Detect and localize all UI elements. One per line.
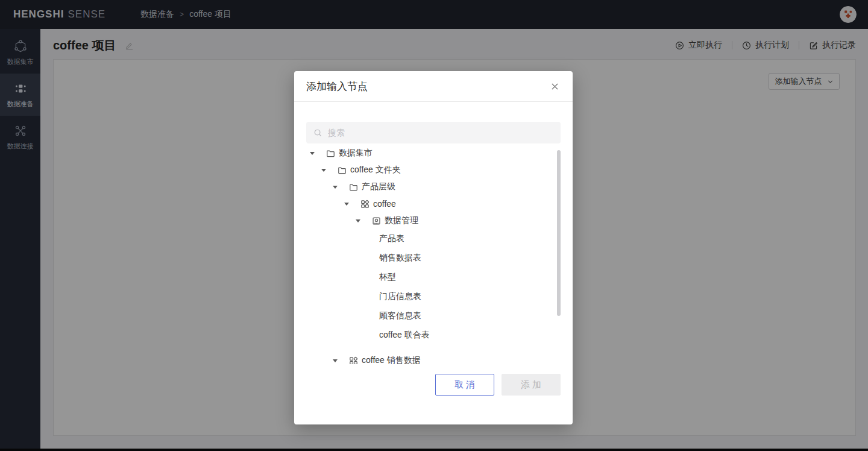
tree-node-folder[interactable]: coffee 文件夹 (306, 162, 561, 178)
tree-node-table[interactable]: 杯型 (306, 268, 561, 287)
tree-node-data-manage[interactable]: 数据管理 (306, 212, 561, 229)
dataset-tree: 数据集市coffee 文件夹产品层级coffee数据管理产品表销售数据表杯型门店… (306, 145, 561, 364)
tree-node-table[interactable]: 顾客信息表 (306, 306, 561, 326)
tree-scrollbar[interactable] (557, 150, 561, 316)
tree-node-label: 数据集市 (339, 148, 373, 159)
close-icon[interactable] (549, 81, 561, 92)
search-box (306, 122, 561, 144)
search-input[interactable] (328, 128, 553, 137)
caret-down-icon[interactable] (356, 219, 371, 222)
caret-down-icon[interactable] (333, 359, 348, 362)
tree-node-table[interactable]: coffee 联合表 (306, 326, 561, 345)
folder-icon (326, 148, 335, 158)
tree-node-label: 顾客信息表 (379, 311, 421, 321)
add-button[interactable]: 添 加 (502, 374, 561, 396)
tree-node-folder[interactable]: 数据集市 (306, 145, 561, 162)
tree-node-label: coffee (373, 199, 396, 209)
tree-node-label: coffee 联合表 (379, 330, 430, 341)
tree-node-dataset[interactable]: coffee 销售数据 (306, 352, 561, 364)
folder-icon (337, 165, 347, 175)
tree-node-label: 数据管理 (385, 215, 418, 226)
add-input-node-modal: 添加输入节点 数据集市coffee 文件夹产品层级coffee数据管理产品表销售… (294, 71, 573, 424)
dataset-icon (348, 356, 358, 364)
tree-node-folder[interactable]: 产品层级 (306, 178, 561, 195)
data-manage-icon (371, 216, 381, 226)
tree-node-label: 门店信息表 (379, 291, 421, 302)
tree-node-label: 产品层级 (362, 181, 395, 192)
tree-node-label: 产品表 (379, 233, 404, 244)
caret-down-icon[interactable] (344, 203, 360, 206)
tree-node-label: 杯型 (379, 272, 396, 283)
folder-icon (348, 182, 358, 192)
tree-node-table[interactable]: 销售数据表 (306, 248, 561, 268)
caret-down-icon[interactable] (333, 186, 348, 189)
tree-node-label: 销售数据表 (379, 253, 421, 263)
cancel-button[interactable]: 取 消 (435, 374, 494, 396)
tree-node-label: coffee 文件夹 (350, 165, 401, 175)
modal-title: 添加输入节点 (306, 80, 368, 93)
dataset-icon (360, 199, 370, 209)
search-icon (313, 128, 322, 137)
tree-node-table[interactable]: 门店信息表 (306, 287, 561, 306)
app-window: HENGSHISENSE 数据准备 > coffee 项目 数据集市数据准备数据… (0, 0, 868, 451)
caret-down-icon[interactable] (321, 169, 337, 172)
tree-node-table[interactable]: 产品表 (306, 229, 561, 248)
tree-node-label: coffee 销售数据 (362, 355, 421, 364)
caret-down-icon[interactable] (310, 152, 326, 155)
tree-node-dataset[interactable]: coffee (306, 195, 561, 212)
